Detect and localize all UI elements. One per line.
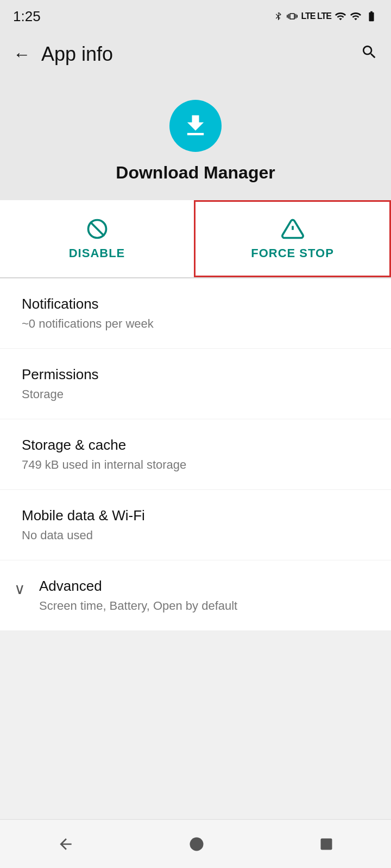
settings-list: Notifications ~0 notifications per week … (0, 278, 391, 631)
bottom-nav (0, 819, 391, 868)
disable-icon (85, 217, 109, 241)
search-button[interactable] (361, 43, 378, 65)
permissions-subtitle: Storage (22, 387, 369, 401)
battery-icon (365, 10, 378, 22)
disable-button[interactable]: DISABLE (0, 202, 194, 276)
storage-title: Storage & cache (22, 437, 369, 454)
notifications-subtitle: ~0 notifications per week (22, 317, 369, 331)
app-header: Download Manager (0, 78, 391, 200)
force-stop-button[interactable]: FORCE STOP (194, 200, 391, 277)
signal-icon-1 (335, 10, 346, 22)
status-bar: 1:25 LTE LTE (0, 0, 391, 30)
svg-rect-5 (321, 838, 332, 850)
svg-line-1 (90, 222, 104, 236)
notifications-title: Notifications (22, 296, 369, 312)
vibrate-icon (287, 10, 298, 22)
advanced-text: Advanced Screen time, Battery, Open by d… (39, 578, 391, 613)
force-stop-label: FORCE STOP (251, 246, 334, 260)
top-bar: ← App info (0, 30, 391, 78)
main-content: Download Manager DISABLE FORCE ST (0, 78, 391, 680)
force-stop-icon (281, 217, 305, 241)
storage-subtitle: 749 kB used in internal storage (22, 458, 369, 472)
bluetooth-icon (273, 10, 283, 22)
action-buttons: DISABLE FORCE STOP (0, 200, 391, 278)
nav-back-button[interactable] (57, 835, 74, 853)
mobile-data-item[interactable]: Mobile data & Wi-Fi No data used (0, 490, 391, 560)
chevron-down-icon: ∨ (14, 580, 26, 598)
svg-point-4 (190, 837, 204, 851)
advanced-subtitle: Screen time, Battery, Open by default (39, 599, 369, 613)
disable-label: DISABLE (69, 246, 125, 260)
lte-indicator: LTE LTE (301, 11, 331, 21)
nav-home-button[interactable] (188, 836, 205, 852)
top-bar-left: ← App info (13, 43, 113, 66)
page-title: App info (41, 43, 113, 66)
advanced-item[interactable]: ∨ Advanced Screen time, Battery, Open by… (0, 560, 391, 631)
mobile-data-title: Mobile data & Wi-Fi (22, 507, 369, 524)
storage-item[interactable]: Storage & cache 749 kB used in internal … (0, 419, 391, 490)
nav-recent-button[interactable] (319, 837, 334, 852)
app-icon (169, 100, 222, 152)
permissions-item[interactable]: Permissions Storage (0, 349, 391, 419)
back-button[interactable]: ← (13, 44, 30, 65)
advanced-title: Advanced (39, 578, 369, 595)
status-icons: LTE LTE (273, 10, 378, 22)
mobile-data-subtitle: No data used (22, 528, 369, 542)
app-name: Download Manager (116, 163, 275, 183)
permissions-title: Permissions (22, 366, 369, 383)
chevron-col: ∨ (0, 578, 39, 598)
notifications-item[interactable]: Notifications ~0 notifications per week (0, 278, 391, 349)
signal-icon-2 (350, 10, 362, 22)
status-time: 1:25 (13, 8, 41, 25)
